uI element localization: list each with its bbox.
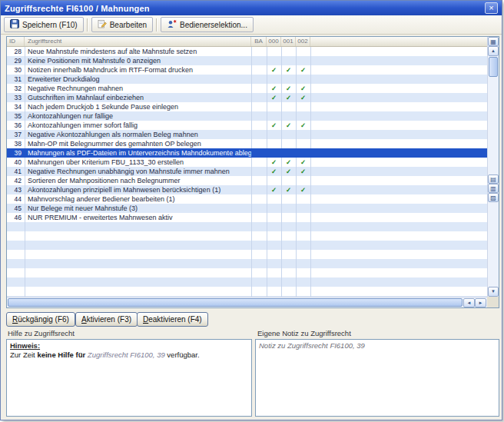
row-id: 38: [7, 139, 25, 148]
deactivate-button[interactable]: Deaktivieren (F4): [137, 312, 208, 327]
grid-extra-button-2[interactable]: ▥: [488, 184, 499, 193]
note-panel[interactable]: Notiz zu Zugriffsrecht FI6100, 39: [255, 339, 499, 417]
table-row[interactable]: 45Nur Belege mit neuer Mahnstufe (3): [7, 204, 487, 213]
table-row[interactable]: 44Mahnvorschlag anderer Bediener bearbei…: [7, 194, 487, 204]
column-header-id[interactable]: ID: [7, 37, 25, 46]
cell-check-002: [296, 75, 310, 84]
table-row[interactable]: 42Sortieren der Mahnpositionen nach Bele…: [7, 176, 487, 185]
cell-check-000: [267, 75, 281, 84]
row-label: Erweiterter Druckdialog: [25, 75, 251, 84]
table-row[interactable]: 33Gutschriften im Mahnlauf einbeziehen✓✓…: [7, 93, 487, 102]
table-row[interactable]: 40Mahnungen über Kriterium FBU_1133_30 e…: [7, 158, 487, 167]
cell-check-002: ✓: [296, 167, 310, 176]
column-header-002[interactable]: 002: [296, 37, 310, 46]
table-row[interactable]: 46NUR PREMIUM - erweitertes Mahnwesen ak…: [7, 213, 487, 222]
row-label: NUR PREMIUM - erweitertes Mahnwesen akti…: [25, 213, 251, 222]
table-row[interactable]: 29Keine Positionen mit Mahnstufe 0 anzei…: [7, 56, 487, 65]
edit-button[interactable]: Bearbeiten: [91, 17, 153, 32]
scroll-track[interactable]: [488, 202, 499, 287]
horizontal-scroll-thumb[interactable]: [8, 298, 463, 307]
row-label: Notizen innerhalb Mahndruck im RTF-Forma…: [25, 65, 251, 75]
activate-button[interactable]: Aktivieren (F3): [75, 312, 138, 327]
hint-bold: keine Hilfe für: [37, 351, 87, 359]
table-row[interactable]: 35Akontozahlungen nur fällige: [7, 111, 487, 121]
row-id: 37: [7, 130, 25, 139]
row-filler: [310, 102, 487, 111]
title-bar[interactable]: Zugriffsrechte FI6100 / Mahnungen ×: [1, 1, 502, 15]
row-id: 40: [7, 158, 25, 167]
table-row[interactable]: 32Negative Rechnungen mahnen✓✓✓: [7, 84, 487, 93]
grid-extra-button-3[interactable]: ▨: [488, 193, 499, 202]
cell-check-001: ✓: [281, 185, 296, 194]
table-row[interactable]: 41Negative Rechnungen unabhängig von Mah…: [7, 167, 487, 176]
row-filler: [310, 176, 487, 185]
cell-check-000: [267, 176, 281, 185]
vertical-scrollbar[interactable]: ▦ ▲ ▤ ▥ ▨ ▼: [487, 37, 499, 297]
row-id: 34: [7, 102, 25, 111]
hint-reference: Zugriffsrecht FI6100, 39: [88, 351, 165, 359]
row-label: Akontozahlungen nur fällige: [25, 111, 251, 121]
cell-check-001: [281, 47, 296, 56]
table-row[interactable]: 43Akontozahlungen prinzipiell im Mahnwes…: [7, 185, 487, 194]
scroll-track[interactable]: [488, 78, 499, 174]
close-button[interactable]: ×: [485, 2, 498, 14]
row-id: 35: [7, 111, 25, 121]
save-button[interactable]: Speichern (F10): [4, 17, 84, 32]
row-label: Keine Positionen mit Mahnstufe 0 anzeige…: [25, 56, 251, 65]
cell-check-001: [281, 204, 296, 213]
scroll-left-button[interactable]: ◄: [463, 298, 475, 307]
scroll-right-button[interactable]: ►: [475, 298, 486, 307]
table-row[interactable]: 38Mahn-OP mit Belegnummer des gemahnten …: [7, 139, 487, 148]
undo-button[interactable]: Rückgängig (F6): [6, 312, 75, 327]
row-id: 45: [7, 204, 25, 213]
column-customize-button[interactable]: ▦: [488, 37, 499, 46]
row-filler: [310, 84, 487, 93]
cell-check-000: [267, 148, 281, 158]
row-filler: [310, 65, 487, 75]
grid-header: ID Zugriffsrecht BA 000 001 002: [7, 37, 487, 47]
grid-extra-button-1[interactable]: ▤: [488, 174, 499, 184]
column-header-ba[interactable]: BA: [251, 37, 267, 46]
cell-check-001: [281, 111, 296, 121]
cell-check-002: [296, 194, 310, 204]
row-label: Akontozahlungen prinzipiell im Mahnwesen…: [25, 185, 251, 194]
table-row[interactable]: 34Nach jedem Druckjob 1 Sekunde Pause ei…: [7, 102, 487, 111]
cell-check-002: ✓: [296, 65, 310, 75]
row-filler: [310, 158, 487, 167]
table-row[interactable]: 36Akontozahlungen immer sofort fällig✓✓✓: [7, 121, 487, 130]
column-header-zugriffsrecht[interactable]: Zugriffsrecht: [25, 37, 251, 46]
table-row[interactable]: 39Mahnungen als PDF-Dateien im Unterverz…: [7, 148, 487, 158]
column-header-001[interactable]: 001: [281, 37, 296, 46]
row-filler: [310, 111, 487, 121]
row-id: 31: [7, 75, 25, 84]
grid-rows: 28Neue Mahnstufe mindestens auf alte Mah…: [7, 47, 487, 297]
operator-selection-button[interactable]: Bedienerselektion...: [161, 17, 254, 32]
horizontal-scrollbar[interactable]: ◄ ►: [7, 297, 487, 307]
table-row[interactable]: 30Notizen innerhalb Mahndruck im RTF-For…: [7, 65, 487, 75]
cell-ba: [251, 213, 267, 222]
row-label: Sortieren der Mahnpositionen nach Belegn…: [25, 176, 251, 185]
table-row[interactable]: 31Erweiterter Druckdialog: [7, 75, 487, 84]
scroll-down-button[interactable]: ▼: [488, 287, 499, 297]
cell-ba: [251, 93, 267, 102]
table-row[interactable]: 37Negative Akontozahlungen als normalen …: [7, 130, 487, 139]
edit-button-label: Bearbeiten: [110, 21, 147, 29]
row-label: Mahn-OP mit Belegnummer des gemahnten OP…: [25, 139, 251, 148]
cell-check-002: [296, 148, 310, 158]
table-row[interactable]: 28Neue Mahnstufe mindestens auf alte Mah…: [7, 47, 487, 56]
cell-ba: [251, 65, 267, 75]
row-filler: [310, 121, 487, 130]
column-header-000[interactable]: 000: [267, 37, 281, 46]
save-button-label: Speichern (F10): [22, 21, 78, 29]
row-id: 32: [7, 84, 25, 93]
row-filler: [310, 75, 487, 84]
window-title: Zugriffsrechte FI6100 / Mahnungen: [5, 4, 485, 13]
edit-pencil-icon: [98, 19, 107, 30]
row-id: 36: [7, 121, 25, 130]
note-text: Notiz zu Zugriffsrecht FI6100, 39: [259, 341, 496, 350]
vertical-scroll-thumb[interactable]: [489, 57, 498, 77]
scroll-up-button[interactable]: ▲: [488, 46, 499, 56]
scrollbar-corner: [487, 297, 499, 307]
help-panel-title: Hilfe zu Zugriffsrecht: [8, 329, 75, 337]
cell-check-001: [281, 139, 296, 148]
